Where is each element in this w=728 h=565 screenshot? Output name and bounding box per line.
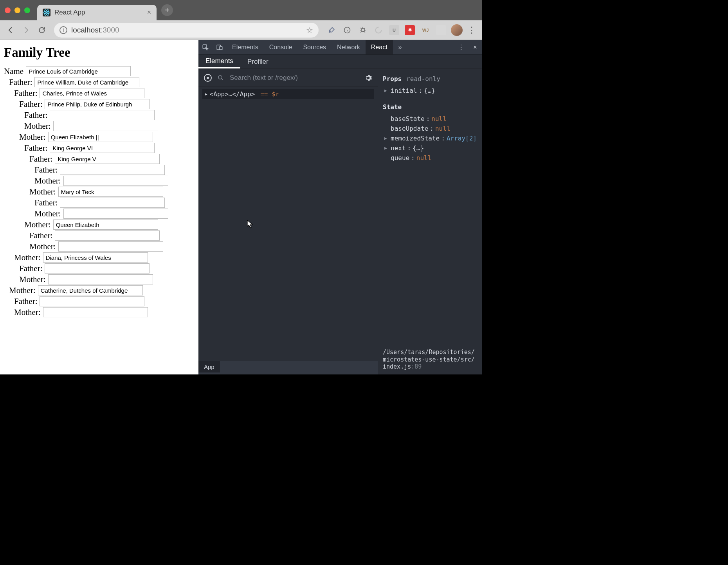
expand-caret-icon[interactable]: ▶ bbox=[384, 146, 389, 151]
react-search-bar bbox=[198, 69, 378, 87]
inspect-element-icon[interactable] bbox=[198, 40, 213, 54]
tree-input[interactable] bbox=[55, 154, 160, 164]
tree-row: Mother: bbox=[4, 252, 195, 263]
back-button[interactable] bbox=[4, 23, 17, 37]
tree-input[interactable] bbox=[63, 176, 168, 186]
tree-label: Mother: bbox=[34, 176, 61, 186]
minimize-window-button[interactable] bbox=[14, 7, 20, 13]
tree-input[interactable] bbox=[40, 296, 144, 306]
select-element-icon[interactable] bbox=[204, 74, 212, 82]
tree-row: Mother: bbox=[4, 209, 195, 219]
profile-avatar[interactable] bbox=[451, 24, 463, 36]
extension-red-icon[interactable]: ✱ bbox=[404, 24, 416, 36]
expand-caret-icon[interactable]: ▶ bbox=[205, 92, 207, 97]
react-subtabs: ElementsProfiler bbox=[198, 55, 482, 69]
tree-input[interactable] bbox=[48, 274, 153, 284]
tree-input[interactable] bbox=[58, 187, 163, 197]
tree-label: Mother: bbox=[34, 209, 61, 219]
expand-caret-icon[interactable]: ▶ bbox=[384, 88, 389, 93]
browser-tab[interactable]: React App × bbox=[37, 5, 157, 20]
tree-input[interactable] bbox=[45, 99, 150, 109]
tree-input[interactable] bbox=[58, 241, 163, 252]
tree-input[interactable] bbox=[34, 77, 139, 87]
tree-label: Father: bbox=[19, 99, 42, 109]
react-subtab-elements[interactable]: Elements bbox=[198, 55, 240, 68]
zoom-window-button[interactable] bbox=[24, 7, 30, 13]
site-info-icon[interactable]: i bbox=[59, 26, 67, 34]
kv-row[interactable]: ▶initial: {…} bbox=[383, 86, 478, 95]
close-window-button[interactable] bbox=[5, 7, 11, 13]
devtools-menu-icon[interactable]: ⋮ bbox=[454, 40, 468, 54]
tree-input[interactable] bbox=[48, 132, 153, 142]
close-tab-icon[interactable]: × bbox=[147, 9, 151, 16]
forward-button[interactable] bbox=[20, 23, 33, 37]
devtools-close-icon[interactable]: × bbox=[468, 40, 482, 54]
tree-input[interactable] bbox=[38, 285, 143, 295]
bookmark-star-icon[interactable]: ☆ bbox=[306, 25, 313, 35]
tree-input[interactable] bbox=[60, 165, 165, 175]
gear-icon[interactable] bbox=[364, 74, 372, 82]
extension-u-icon[interactable]: U bbox=[388, 24, 400, 36]
tree-row: Father: bbox=[4, 165, 195, 175]
source-path[interactable]: /Users/taras/Repositories/microstates-us… bbox=[383, 349, 478, 371]
tree-input[interactable] bbox=[43, 252, 148, 263]
extension-info-icon[interactable] bbox=[341, 24, 353, 36]
tree-input[interactable] bbox=[50, 110, 155, 120]
expand-caret-icon[interactable]: ▶ bbox=[384, 136, 389, 141]
address-bar[interactable]: i localhost:3000 ☆ bbox=[54, 23, 319, 38]
device-toolbar-icon[interactable] bbox=[213, 40, 227, 54]
tree-input[interactable] bbox=[53, 121, 158, 131]
family-tree: NameFather:Father:Father:Father:Mother:M… bbox=[4, 66, 195, 317]
extension-eyedropper-icon[interactable] bbox=[326, 24, 337, 36]
devtools-tab-elements[interactable]: Elements bbox=[227, 40, 264, 54]
tree-row: Mother: bbox=[4, 176, 195, 186]
tree-input[interactable] bbox=[43, 307, 148, 317]
page-title: Family Tree bbox=[4, 45, 195, 60]
devtools-tab-network[interactable]: Network bbox=[332, 40, 366, 54]
tree-input[interactable] bbox=[26, 66, 131, 76]
breadcrumb-item[interactable]: App bbox=[198, 361, 220, 372]
svg-point-18 bbox=[218, 76, 222, 79]
tree-input[interactable] bbox=[40, 88, 144, 98]
tree-input[interactable] bbox=[63, 209, 168, 219]
extension-grey-icon[interactable] bbox=[435, 24, 447, 36]
devtools-main-tabs: ElementsConsoleSourcesNetworkReact » ⋮ × bbox=[198, 40, 482, 55]
search-icon bbox=[217, 74, 224, 81]
extension-spinner-icon[interactable] bbox=[373, 24, 384, 36]
tree-input[interactable] bbox=[50, 143, 155, 153]
devtools-overflow-icon[interactable]: » bbox=[393, 40, 407, 54]
extension-wj-icon[interactable]: WJ bbox=[420, 24, 431, 36]
tree-input[interactable] bbox=[53, 220, 158, 230]
tree-input[interactable] bbox=[45, 263, 150, 274]
kv-row[interactable]: baseUpdate: null bbox=[383, 124, 478, 133]
react-subtab-profiler[interactable]: Profiler bbox=[240, 55, 276, 68]
tree-row: Father: bbox=[4, 263, 195, 274]
tree-label: Mother: bbox=[9, 286, 36, 295]
tree-row: Father: bbox=[4, 77, 195, 87]
tree-row: Father: bbox=[4, 154, 195, 164]
react-element-list[interactable]: ▶ <App>…</App> == $r bbox=[198, 87, 378, 361]
svg-rect-17 bbox=[220, 46, 222, 49]
devtools-tab-react[interactable]: React bbox=[366, 40, 393, 54]
tree-row: Mother: bbox=[4, 274, 195, 284]
kv-row[interactable]: ▶memoizedState: Array[2] bbox=[383, 133, 478, 143]
extension-bug-icon[interactable] bbox=[357, 24, 369, 36]
state-heading: State bbox=[383, 103, 478, 111]
kv-row[interactable]: ▶next: {…} bbox=[383, 143, 478, 153]
kv-row[interactable]: baseState: null bbox=[383, 114, 478, 124]
react-search-input[interactable] bbox=[230, 74, 359, 82]
tree-label: Father: bbox=[14, 88, 37, 98]
react-element-row[interactable]: ▶ <App>…</App> == $r bbox=[202, 89, 374, 99]
devtools-tab-sources[interactable]: Sources bbox=[297, 40, 332, 54]
tree-label: Father: bbox=[29, 154, 52, 164]
tree-label: Name bbox=[4, 67, 23, 76]
tree-input[interactable] bbox=[60, 198, 165, 208]
devtools-tab-console[interactable]: Console bbox=[264, 40, 298, 54]
kv-row[interactable]: queue: null bbox=[383, 153, 478, 163]
tree-input[interactable] bbox=[55, 230, 160, 241]
browser-tab-strip: React App × + bbox=[0, 0, 482, 20]
tree-row: Mother: bbox=[4, 121, 195, 131]
reload-button[interactable] bbox=[35, 23, 49, 37]
browser-menu-icon[interactable]: ⋮ bbox=[465, 23, 478, 37]
new-tab-button[interactable]: + bbox=[161, 4, 173, 16]
